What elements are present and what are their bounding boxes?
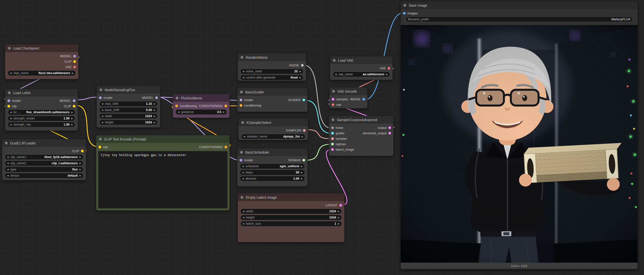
node-status-dot[interactable] [240,56,243,59]
node-basic-scheduler[interactable]: BasicScheduler model SIGMAS ◀schedulersg… [237,148,308,187]
noise-output-port[interactable] [301,64,304,67]
node-vae-decode[interactable]: VAE Decode samples IMAGE vae [329,87,368,109]
next-arrow-icon[interactable]: ▶ [154,103,156,105]
node-status-dot[interactable] [99,138,102,140]
conditioning-output-port[interactable] [224,146,227,148]
node-status-dot[interactable] [240,151,243,154]
model-output-port[interactable] [73,55,76,58]
node-status-dot[interactable] [8,91,11,94]
next-arrow-icon[interactable]: ▶ [71,123,73,126]
node-status-dot[interactable] [240,91,243,93]
vae-output-port[interactable] [73,66,76,68]
guider-input-port[interactable] [331,132,334,135]
node-status-dot[interactable] [241,121,244,124]
vae-input-port[interactable] [332,103,334,106]
conditioning-output-port[interactable] [224,105,227,107]
scheduler-widget[interactable]: ◀schedulersgm_uniform▶ [240,163,305,169]
next-arrow-icon[interactable]: ▶ [80,156,81,158]
max-shift-widget[interactable]: ◀max_shift1.15▶ [99,101,158,107]
model-output-port[interactable] [155,96,158,99]
prev-arrow-icon[interactable]: ◀ [7,162,9,164]
next-arrow-icon[interactable]: ▶ [301,165,303,167]
node-load-vae[interactable]: Load VAE VAE ◀vae_nameae.safetensors▶ [330,56,393,80]
prev-arrow-icon[interactable]: ◀ [7,156,9,158]
height-widget[interactable]: ◀height1024▶ [99,120,158,125]
node-clip-text-encode[interactable]: CLIP Text Encode (Prompt) clip CONDITION… [96,135,230,211]
next-arrow-icon[interactable]: ▶ [72,72,74,74]
next-arrow-icon[interactable]: ▶ [154,115,156,117]
node-status-dot[interactable] [5,142,8,144]
prev-arrow-icon[interactable]: ◀ [102,115,103,117]
next-arrow-icon[interactable]: ▶ [80,168,81,171]
next-arrow-icon[interactable]: ▶ [300,70,301,73]
node-save-image[interactable]: Save Image images filename_prefixMarkury… [400,1,638,269]
clip-input-port[interactable] [98,146,101,148]
control-after-generate-widget[interactable]: ◀control after generatefixed▶ [240,75,304,80]
next-arrow-icon[interactable]: ▶ [338,216,340,219]
prev-arrow-icon[interactable]: ◀ [178,111,180,113]
prev-arrow-icon[interactable]: ◀ [242,70,244,73]
clip-output-port[interactable] [73,105,76,108]
next-arrow-icon[interactable]: ▶ [300,76,301,79]
images-input-port[interactable] [403,12,406,15]
prev-arrow-icon[interactable]: ◀ [243,135,245,138]
prev-arrow-icon[interactable]: ◀ [102,121,103,124]
next-arrow-icon[interactable]: ▶ [302,135,303,138]
sampler-input-port[interactable] [331,137,334,140]
next-arrow-icon[interactable]: ▶ [71,117,73,120]
node-status-dot[interactable] [176,97,178,99]
conditioning-input-port[interactable] [240,104,242,107]
prev-arrow-icon[interactable]: ◀ [242,76,244,79]
sampler-output-port[interactable] [303,129,306,132]
node-sampler-custom-advanced[interactable]: SamplerCustomAdvanced noise output guide… [329,116,394,156]
node-status-dot[interactable] [332,90,335,93]
node-random-noise[interactable]: RandomNoise NOISE ◀noise_seed25▶ ◀contro… [238,53,306,81]
next-arrow-icon[interactable]: ▶ [154,121,156,124]
prev-arrow-icon[interactable]: ◀ [102,103,103,105]
prev-arrow-icon[interactable]: ◀ [242,216,244,219]
ckpt-name-widget[interactable]: ◀ckpt_nameflux1-dev.safetensors▶ [8,70,76,76]
node-basic-guider[interactable]: BasicGuider model GUIDER conditioning [237,88,308,112]
batch-size-widget[interactable]: ◀batch_size1▶ [240,221,342,226]
sigmas-input-port[interactable] [331,143,334,145]
node-status-dot[interactable] [8,47,11,50]
conditioning-input-port[interactable] [175,105,178,107]
prev-arrow-icon[interactable]: ◀ [10,72,12,74]
denoised-output-port[interactable] [388,132,391,135]
height-widget[interactable]: ◀height1024▶ [240,215,342,220]
node-status-dot[interactable] [240,196,243,199]
width-widget[interactable]: ◀width1024▶ [99,113,158,119]
prev-arrow-icon[interactable]: ◀ [7,174,9,177]
next-arrow-icon[interactable]: ▶ [223,111,225,113]
prev-arrow-icon[interactable]: ◀ [7,168,9,171]
node-graph-canvas[interactable]: Load Checkpoint MODEL CLIP VAE ◀ckpt_nam… [0,0,644,275]
guider-output-port[interactable] [302,99,305,101]
node-empty-latent-image[interactable]: Empty Latent Image LATENT ◀width1024▶ ◀h… [238,193,344,242]
width-widget[interactable]: ◀width1024▶ [240,209,342,214]
next-arrow-icon[interactable]: ▶ [338,210,340,212]
clip-name2-widget[interactable]: ◀clip_name2clip_l.safetensors▶ [5,161,84,166]
denoise-widget[interactable]: ◀denoise1.00▶ [240,176,305,181]
node-status-dot[interactable] [404,4,406,7]
base-shift-widget[interactable]: ◀base_shift0.50▶ [99,107,158,113]
prev-arrow-icon[interactable]: ◀ [10,117,12,120]
lora-name-widget[interactable]: ◀lor ...flux_dreambooth.safetensors▶ [8,110,75,115]
next-arrow-icon[interactable]: ▶ [386,73,388,76]
prev-arrow-icon[interactable]: ◀ [10,123,12,126]
next-arrow-icon[interactable]: ▶ [71,111,73,113]
node-dual-clip-loader[interactable]: DualCLIPLoader CLIP ◀clip_name1t5xxl_fp1… [2,139,86,180]
prev-arrow-icon[interactable]: ◀ [242,222,244,225]
filename-prefix-widget[interactable]: filename_prefixMarkuryFLUX [406,17,632,22]
vae-output-port[interactable] [388,67,390,70]
node-model-sampling-flux[interactable]: ModelSamplingFlux model MODEL ◀max_shift… [96,86,160,128]
node-load-checkpoint[interactable]: Load Checkpoint MODEL CLIP VAE ◀ckpt_nam… [5,44,78,79]
next-arrow-icon[interactable]: ▶ [301,177,303,180]
next-arrow-icon[interactable]: ▶ [154,109,156,111]
node-status-dot[interactable] [100,88,102,91]
prev-arrow-icon[interactable]: ◀ [10,111,12,113]
steps-widget[interactable]: ◀steps50▶ [240,170,305,175]
next-arrow-icon[interactable]: ▶ [338,222,340,225]
vae-name-widget[interactable]: ◀vae_nameae.safetensors▶ [333,72,390,77]
type-widget[interactable]: ◀typeflux▶ [5,167,84,172]
prev-arrow-icon[interactable]: ◀ [335,73,336,76]
